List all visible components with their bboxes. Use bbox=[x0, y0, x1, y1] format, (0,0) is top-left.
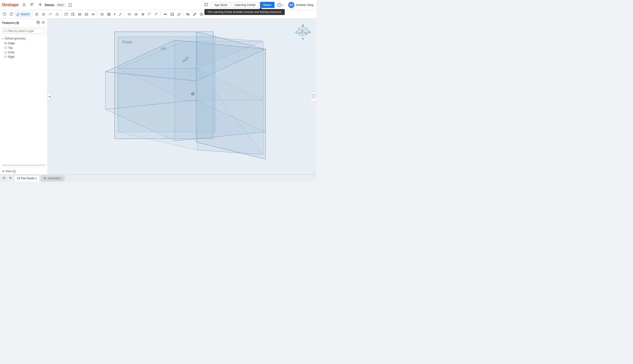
svg-text:Right: Right bbox=[304, 32, 307, 34]
features-title: Features (4) bbox=[2, 21, 19, 24]
tab-bar: Part Studio 1 Assembly 1 bbox=[0, 174, 316, 182]
add-element-button[interactable] bbox=[37, 2, 44, 8]
chevron-icon: ▼ bbox=[2, 38, 4, 40]
parts-chevron-icon: ▼ bbox=[2, 170, 5, 173]
collapse-icon: ◀ bbox=[49, 96, 50, 98]
list-item[interactable]: Origin bbox=[0, 41, 48, 46]
svg-rect-55 bbox=[38, 21, 40, 22]
section-view-button[interactable] bbox=[99, 12, 105, 17]
right-plane-icon bbox=[5, 56, 7, 58]
svg-point-22 bbox=[85, 14, 88, 15]
transform-button[interactable] bbox=[140, 12, 146, 17]
hide-button[interactable] bbox=[185, 12, 191, 17]
origin-icon bbox=[5, 42, 6, 44]
sidebar-layout-button[interactable] bbox=[36, 20, 40, 25]
tab-part-studio[interactable]: Part Studio 1 bbox=[14, 175, 40, 182]
mate-connector-button[interactable] bbox=[126, 12, 133, 17]
extrude-button[interactable] bbox=[63, 12, 69, 17]
sweep-button[interactable] bbox=[47, 12, 54, 17]
filter-input[interactable] bbox=[8, 30, 44, 33]
svg-line-31 bbox=[119, 13, 122, 16]
revolve-button[interactable] bbox=[40, 12, 47, 17]
comment-button[interactable] bbox=[203, 1, 210, 8]
sphere-button[interactable] bbox=[83, 12, 90, 17]
add-tab-button[interactable] bbox=[8, 175, 13, 181]
version-manager-button[interactable] bbox=[29, 2, 35, 8]
sketch-button[interactable]: Sketch bbox=[15, 12, 31, 17]
shell-button[interactable] bbox=[169, 12, 175, 17]
horizontal-scrollbar[interactable] bbox=[2, 164, 46, 166]
list-item[interactable]: Top bbox=[0, 46, 48, 50]
svg-point-52 bbox=[195, 13, 196, 14]
canvas[interactable]: Front Top Right bbox=[48, 18, 316, 174]
learning-center-tooltip: The Learning Center provides courses and… bbox=[204, 9, 285, 15]
svg-point-60 bbox=[4, 30, 6, 32]
svg-rect-0 bbox=[31, 4, 31, 4]
undo-button[interactable] bbox=[1, 12, 8, 17]
pattern-button[interactable] bbox=[162, 12, 169, 17]
redo-button[interactable] bbox=[8, 12, 15, 17]
user-avatar: AY bbox=[288, 2, 294, 8]
tab-settings-button[interactable] bbox=[1, 175, 7, 181]
svg-rect-54 bbox=[37, 21, 38, 22]
part-studio-icon bbox=[17, 177, 20, 180]
loft-button[interactable] bbox=[54, 12, 60, 17]
origin-label: Origin bbox=[8, 42, 15, 45]
learning-center-button[interactable]: Learning Center bbox=[232, 2, 259, 8]
svg-text:Front: Front bbox=[123, 40, 132, 44]
svg-text:Z: Z bbox=[302, 24, 303, 26]
appearance-button[interactable] bbox=[191, 12, 198, 17]
svg-point-94 bbox=[4, 178, 5, 178]
assembly-tab-label: Assembly 1 bbox=[48, 177, 62, 180]
svg-rect-16 bbox=[72, 14, 74, 16]
share-button[interactable]: Share bbox=[260, 2, 274, 8]
svg-rect-30 bbox=[109, 14, 110, 16]
parts-group-header[interactable]: ▼ Parts (0) bbox=[0, 168, 48, 174]
hamburger-menu-button[interactable]: ☰ bbox=[21, 2, 27, 8]
list-item[interactable]: Right bbox=[0, 54, 48, 59]
chamfer-button[interactable] bbox=[153, 12, 160, 17]
svg-point-20 bbox=[79, 14, 81, 16]
display-dropdown-button[interactable]: ▾ bbox=[113, 12, 117, 17]
more-options-button[interactable] bbox=[198, 12, 205, 17]
help-button[interactable]: ? bbox=[276, 2, 285, 8]
user-menu[interactable]: AY Andrew Yang bbox=[287, 1, 315, 9]
search-icon bbox=[4, 30, 6, 32]
right-plane-label: Right bbox=[8, 55, 15, 58]
collapse-sidebar-button[interactable]: ◀ bbox=[48, 93, 51, 100]
fillet-button[interactable] bbox=[147, 12, 153, 17]
svg-rect-46 bbox=[171, 13, 173, 15]
tab-assembly[interactable]: Assembly 1 bbox=[41, 175, 65, 182]
svg-rect-9 bbox=[36, 13, 38, 16]
svg-marker-47 bbox=[178, 13, 180, 16]
sidebar: Features (4) ▼ Default geometry bbox=[0, 18, 48, 174]
feature-list: ▼ Default geometry Origin Top Front Righ bbox=[0, 35, 48, 164]
svg-rect-15 bbox=[65, 14, 67, 16]
sidebar-history-button[interactable] bbox=[41, 20, 45, 25]
cylinder-button[interactable] bbox=[77, 12, 83, 17]
torus-button[interactable] bbox=[90, 12, 96, 17]
svg-rect-44 bbox=[166, 14, 167, 15]
svg-marker-14 bbox=[56, 13, 59, 15]
svg-marker-80 bbox=[301, 38, 304, 40]
box-button[interactable] bbox=[70, 12, 76, 17]
app-store-button[interactable]: App Store bbox=[211, 2, 230, 8]
plane-button[interactable] bbox=[176, 12, 182, 17]
parts-label: Parts (0) bbox=[6, 170, 16, 173]
right-panel-toggle[interactable] bbox=[310, 92, 316, 101]
list-item[interactable]: Front bbox=[0, 50, 48, 54]
document-button[interactable] bbox=[34, 12, 40, 17]
branch-label[interactable]: Main bbox=[56, 3, 66, 7]
measure-button[interactable] bbox=[117, 12, 124, 17]
boolean-button[interactable] bbox=[133, 12, 139, 17]
top-plane-icon bbox=[5, 47, 7, 49]
svg-line-59 bbox=[43, 22, 44, 23]
view-cube[interactable]: Z X Top Front Right bbox=[294, 23, 312, 41]
svg-rect-27 bbox=[108, 13, 109, 14]
display-options-button[interactable] bbox=[106, 12, 112, 17]
svg-line-61 bbox=[6, 32, 6, 32]
svg-rect-43 bbox=[165, 14, 166, 15]
svg-rect-97 bbox=[17, 178, 19, 180]
svg-point-51 bbox=[193, 14, 195, 16]
default-geometry-group[interactable]: ▼ Default geometry bbox=[0, 36, 48, 41]
